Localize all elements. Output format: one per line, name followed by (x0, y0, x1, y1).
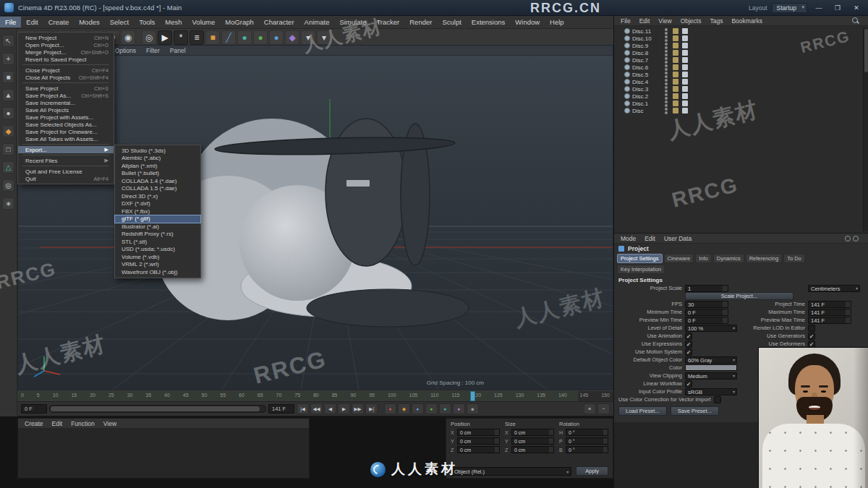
file-menu-item[interactable] (22, 144, 109, 145)
file-menu-item[interactable]: Merge Project... Ctrl+Shift+O (18, 48, 114, 56)
phong-tag-icon[interactable] (673, 64, 678, 70)
spline-pen-icon[interactable]: ╱ (221, 30, 236, 45)
display-tag-icon[interactable] (682, 28, 688, 34)
file-menu-item[interactable]: New Project Ctrl+N (18, 34, 114, 41)
export-format-item[interactable]: Wavefront OBJ (*.obj) (115, 268, 200, 276)
export-format-item[interactable]: Volume (*.vdb) (115, 253, 200, 261)
file-menu-item[interactable]: Quit and Free License (18, 168, 114, 175)
object-row[interactable]: Disc.1 (614, 100, 868, 107)
volume-icon[interactable]: ● (269, 30, 284, 45)
object-row[interactable]: Disc.7 (614, 56, 868, 64)
export-format-item[interactable]: Allplan (*.xml) (115, 162, 200, 170)
playback-button[interactable]: |◀ (297, 403, 309, 414)
visibility-toggles[interactable] (665, 50, 668, 56)
minimize-button[interactable]: — (812, 2, 826, 14)
om-menu-view[interactable]: View (654, 17, 676, 25)
file-menu-item[interactable]: Save Selected Objects As... (18, 121, 114, 128)
file-menu-item[interactable]: Save All Takes with Assets... (18, 135, 114, 142)
record-toggle[interactable]: ● (439, 403, 451, 414)
coordinate-input[interactable]: 0 ° (566, 437, 608, 445)
snap-icon[interactable]: ∗ (2, 197, 14, 210)
menubar-item[interactable]: Modes (74, 17, 105, 27)
file-menu-item[interactable]: Close Project Ctrl+F4 (18, 67, 114, 74)
menubar-item[interactable]: Create (43, 17, 75, 27)
phong-tag-icon[interactable] (673, 108, 678, 114)
texture-mode-icon[interactable]: ■ (2, 71, 14, 83)
close-button[interactable]: ✕ (849, 2, 864, 14)
attribute-value[interactable]: 0 F (685, 317, 728, 324)
display-tag-icon[interactable] (682, 57, 688, 63)
attribute-value[interactable] (808, 325, 815, 332)
preset-button[interactable]: Save Preset... (671, 406, 719, 416)
menubar-item[interactable]: Select (105, 17, 134, 27)
playback-button[interactable]: ◀ (324, 403, 336, 414)
attribute-tab[interactable]: To Do (783, 254, 805, 263)
edges-mode-icon[interactable]: ◆ (2, 125, 14, 137)
timeline-scrollbar[interactable] (49, 405, 266, 413)
attribute-value[interactable] (808, 333, 815, 340)
visibility-toggles[interactable] (665, 28, 668, 35)
visibility-toggles[interactable] (665, 72, 668, 78)
maximize-button[interactable]: ❐ (830, 2, 845, 14)
display-tag-icon[interactable] (682, 93, 688, 99)
history-icon[interactable] (853, 236, 859, 241)
phong-tag-icon[interactable] (673, 100, 678, 106)
material-menu-item[interactable]: Function (67, 420, 99, 427)
display-tag-icon[interactable] (682, 64, 688, 70)
export-format-item[interactable]: FBX (*.fbx) (115, 207, 200, 215)
file-menu-item[interactable]: Save Project As... Ctrl+Shift+S (18, 92, 114, 99)
phong-tag-icon[interactable] (673, 43, 678, 48)
menubar-item[interactable]: Simulate (334, 17, 371, 27)
coordinate-input[interactable]: 0 cm (457, 446, 500, 453)
attribute-value[interactable]: Medium (685, 372, 737, 380)
object-row[interactable]: Disc.4 (614, 78, 868, 85)
menubar-item[interactable]: Sculpt (437, 17, 466, 27)
lock-icon[interactable] (845, 236, 851, 241)
export-format-item[interactable]: glTF (*.gltf) (115, 215, 200, 223)
record-toggle[interactable]: ● (384, 403, 396, 414)
points-mode-icon[interactable]: ● (2, 107, 14, 119)
menubar-item[interactable]: Mesh (160, 17, 187, 27)
coordinate-input[interactable]: 0 ° (566, 429, 608, 436)
display-tag-icon[interactable] (682, 79, 688, 85)
start-frame-field[interactable]: 0 F (21, 404, 47, 414)
attribute-tab[interactable]: Info (695, 254, 712, 263)
toolbar-dropdown-icon[interactable]: ▾ (301, 30, 315, 45)
render-view-icon[interactable]: ▶ (158, 30, 172, 45)
object-row[interactable]: Disc.5 (614, 71, 868, 78)
record-toggle[interactable]: ● (425, 403, 438, 414)
visibility-toggles[interactable] (665, 108, 668, 114)
display-tag-icon[interactable] (682, 35, 688, 41)
export-format-item[interactable]: VRML 2 (*.wrl) (115, 261, 200, 269)
mograph-icon[interactable]: ● (237, 30, 252, 45)
file-menu-item[interactable]: Save Project with Assets... (18, 114, 114, 121)
menubar-item[interactable]: Help (545, 17, 569, 27)
timeline-ruler[interactable]: 0510152025303540455055606570758085909510… (17, 390, 613, 402)
file-menu-item[interactable] (22, 155, 109, 155)
export-format-item[interactable]: STL (*.stl) (115, 238, 200, 246)
file-menu-item[interactable] (22, 166, 109, 166)
attribute-value[interactable]: 1 (685, 285, 728, 292)
playback-button[interactable]: ▶ (338, 403, 350, 414)
viewport-menu-item[interactable]: Panel (165, 47, 191, 54)
export-format-item[interactable]: Illustrator (*.ai) (115, 223, 200, 231)
attribute-value[interactable]: 30 (685, 301, 728, 308)
attribute-value[interactable] (685, 333, 692, 340)
export-format-item[interactable]: Direct 3D (*.x) (115, 192, 200, 200)
viewport-menu-item[interactable]: Options (110, 47, 141, 54)
attribute-value[interactable] (685, 364, 737, 371)
file-menu-item[interactable]: Save Incremental... (18, 99, 114, 106)
menubar-item[interactable]: File (0, 17, 21, 27)
menubar-item[interactable]: Animate (299, 17, 335, 27)
record-toggle[interactable]: ● (453, 403, 465, 414)
phong-tag-icon[interactable] (673, 57, 678, 63)
coordinate-input[interactable]: 0 cm (511, 446, 554, 453)
render-settings-icon[interactable]: * (174, 30, 188, 45)
render-queue-icon[interactable]: ≡ (190, 30, 204, 45)
attribute-tab[interactable]: Project Settings (617, 254, 663, 263)
polygons-mode-icon[interactable]: □ (2, 143, 14, 155)
file-menu-item[interactable]: Quit Alt+F4 (18, 175, 114, 182)
visibility-toggles[interactable] (665, 64, 668, 71)
attribute-tab[interactable]: Cineware (664, 254, 694, 263)
end-frame-field[interactable]: 141 F (268, 404, 294, 414)
